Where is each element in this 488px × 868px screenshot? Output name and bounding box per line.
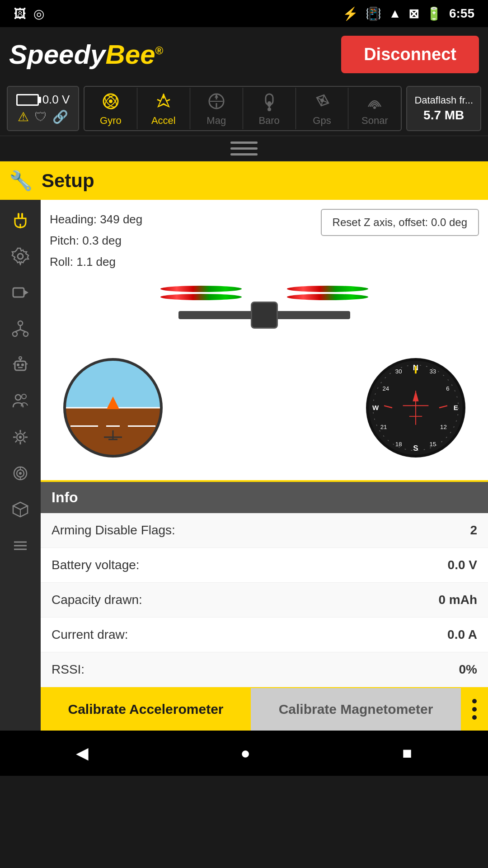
svg-rect-22 xyxy=(18,213,19,218)
svg-text:12: 12 xyxy=(440,424,447,431)
calibrate-accel-button[interactable]: Calibrate Accelerometer xyxy=(41,688,251,731)
dot-1 xyxy=(472,699,477,703)
horizon-overlay xyxy=(66,361,160,455)
sensor-sonar: Sonar xyxy=(348,88,401,129)
sidebar-item-filter[interactable] xyxy=(5,458,36,489)
sidebar-item-modes[interactable] xyxy=(5,494,36,525)
main-content: Heading: 349 deg Pitch: 0.3 deg Roll: 1.… xyxy=(0,200,488,731)
wifi-icon: ▲ xyxy=(389,6,401,21)
sidebar-item-fc[interactable] xyxy=(5,349,36,381)
svg-rect-34 xyxy=(15,361,26,370)
sensor-bar: 0.0 V ⚠ 🛡 🔗 Gyro xyxy=(0,81,488,136)
svg-line-81 xyxy=(384,406,392,408)
rssi-label: RSSI: xyxy=(52,662,84,677)
battery-status-icons: ⚠ 🛡 🔗 xyxy=(18,109,68,124)
pitch-triangle xyxy=(107,396,119,409)
info-row-capacity: Capacity drawn: 0 mAh xyxy=(41,583,488,618)
svg-point-20 xyxy=(320,99,324,102)
horizon-indicator xyxy=(107,396,119,409)
dataflash-label: Dataflash fr... xyxy=(414,94,473,106)
app-logo: SpeedyBee® xyxy=(9,39,163,70)
filter-icon xyxy=(11,464,29,482)
svg-text:33: 33 xyxy=(429,368,436,375)
arming-label: Arming Disable Flags: xyxy=(52,523,175,538)
svg-line-33 xyxy=(20,330,26,332)
battery-voltage: 0.0 V xyxy=(42,93,70,107)
sonar-icon xyxy=(364,90,385,112)
dataflash-box: Dataflash fr... 5.7 MB xyxy=(406,86,481,131)
section-header: 🔧 Setup xyxy=(0,161,488,200)
sensor-gyro: Gyro xyxy=(84,88,137,129)
menu-bar[interactable] xyxy=(0,136,488,161)
voltage-value: 0.0 V xyxy=(448,558,477,572)
image-icon: 🖼 xyxy=(14,6,26,21)
battery-icon-shape xyxy=(16,94,39,106)
svg-rect-26 xyxy=(13,288,24,297)
svg-point-43 xyxy=(22,394,26,399)
recents-button[interactable]: ■ xyxy=(402,744,412,763)
horizon-ticks xyxy=(70,425,155,427)
plug-icon xyxy=(11,211,29,229)
disconnect-button[interactable]: Disconnect xyxy=(341,36,479,73)
drone-visual xyxy=(50,272,479,354)
gps-icon xyxy=(311,90,333,112)
shield-icon: 🛡 xyxy=(34,109,47,124)
dataflash-size: 5.7 MB xyxy=(423,108,464,123)
bluetooth-icon: ⚡ xyxy=(343,6,358,21)
svg-rect-17 xyxy=(267,101,271,107)
sidebar-item-settings[interactable] xyxy=(5,241,36,272)
svg-marker-60 xyxy=(13,502,28,509)
capacity-value: 0 mAh xyxy=(438,593,477,607)
hamburger-menu[interactable] xyxy=(230,142,258,156)
bottom-buttons: Calibrate Accelerometer Calibrate Magnet… xyxy=(41,687,488,731)
sidebar xyxy=(0,200,41,731)
gps-label: Gps xyxy=(313,115,331,127)
gyro-icon xyxy=(100,90,122,112)
warning-icon: ⚠ xyxy=(18,109,29,124)
gyro-label: Gyro xyxy=(100,115,122,127)
arming-value: 2 xyxy=(470,523,477,538)
right-propellers xyxy=(287,286,368,300)
dot-2 xyxy=(472,707,477,712)
status-left-icons: 🖼 ◎ xyxy=(14,6,44,21)
drone-model xyxy=(151,281,377,349)
svg-line-82 xyxy=(439,406,447,408)
dot-3 xyxy=(472,715,477,720)
sidebar-item-pilots[interactable] xyxy=(5,385,36,417)
sidebar-item-connect[interactable] xyxy=(5,204,36,236)
voltage-label: Battery voltage: xyxy=(52,558,140,572)
reset-z-axis-button[interactable]: Reset Z axis, offset: 0.0 deg xyxy=(321,209,479,236)
svg-point-35 xyxy=(17,363,19,366)
svg-point-39 xyxy=(19,357,22,359)
svg-text:15: 15 xyxy=(429,441,436,448)
compass-ticks-svg: N S E W 33 30 6 21 24 12 15 18 xyxy=(369,361,463,455)
mag-label: Mag xyxy=(206,115,226,127)
android-nav-bar: ◀ ● ■ xyxy=(0,731,488,776)
wrench-icon: 🔧 xyxy=(9,170,33,192)
back-button[interactable]: ◀ xyxy=(76,744,89,763)
accel-icon xyxy=(153,90,174,112)
svg-text:E: E xyxy=(454,404,458,411)
info-row-current: Current draw: 0.0 A xyxy=(41,618,488,652)
time-display: 6:55 xyxy=(449,6,474,21)
sidebar-item-video[interactable] xyxy=(5,277,36,308)
svg-point-3 xyxy=(109,99,113,103)
link-icon: 🔗 xyxy=(52,109,68,124)
gear-icon xyxy=(11,247,29,265)
aircraft-bottom-icon xyxy=(99,430,127,444)
current-label: Current draw: xyxy=(52,627,128,642)
svg-line-7 xyxy=(157,99,161,101)
more-options-button[interactable] xyxy=(461,688,488,731)
hamburger-line-1 xyxy=(230,142,258,144)
circle-icon: ◎ xyxy=(33,6,44,21)
instruments-row: N S E W 33 30 6 21 24 12 15 18 xyxy=(50,354,479,471)
sensor-icons-bar: Gyro Accel Mag xyxy=(84,86,402,131)
sidebar-item-more[interactable] xyxy=(5,530,36,561)
battery-box: 0.0 V ⚠ 🛡 🔗 xyxy=(7,86,79,131)
home-button[interactable]: ● xyxy=(240,744,250,763)
sidebar-item-ports[interactable] xyxy=(5,313,36,344)
svg-point-56 xyxy=(19,472,22,475)
svg-text:18: 18 xyxy=(395,441,402,448)
calibrate-mag-button[interactable]: Calibrate Magnetometer xyxy=(251,688,461,731)
sidebar-item-pid[interactable] xyxy=(5,421,36,453)
